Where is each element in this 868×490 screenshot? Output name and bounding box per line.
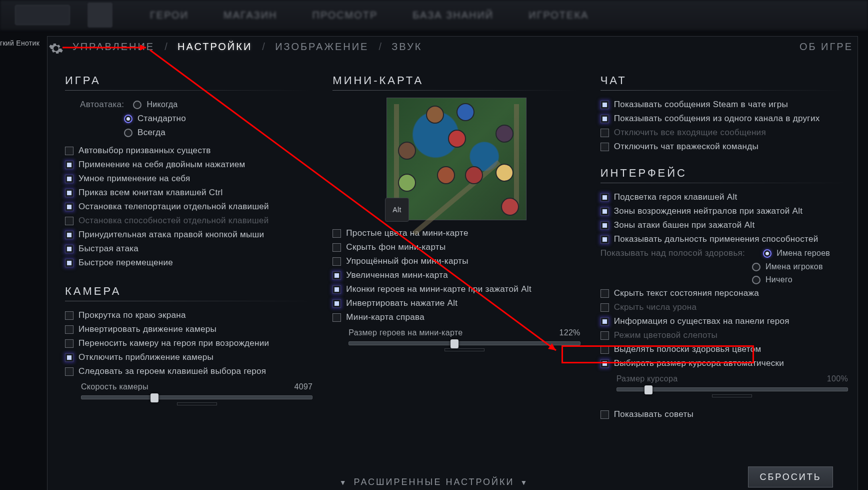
- chk-auto-select[interactable]: [65, 147, 74, 155]
- chk-channel-cross[interactable]: [600, 115, 609, 123]
- autoattack-label: Автоатака:: [80, 100, 124, 110]
- section-game-title: ИГРА: [65, 74, 312, 87]
- cursor-size-slider[interactable]: [616, 387, 848, 391]
- chk-neutral-spawn[interactable]: [600, 207, 609, 216]
- radio-autoattack-standard[interactable]: [124, 115, 132, 123]
- back-button-blurred: [15, 5, 70, 25]
- radio-hpbar-players[interactable]: [752, 263, 760, 271]
- chk-tp-stop[interactable]: [65, 203, 74, 211]
- cam-speed-label: Скорость камеры: [81, 382, 148, 391]
- chk-steam-chat[interactable]: [600, 101, 609, 109]
- radio-autoattack-always[interactable]: [124, 129, 132, 137]
- hero-size-value: 122%: [559, 328, 580, 337]
- cam-speed-value: 4097: [294, 382, 312, 391]
- chevron-down-icon: ▼: [520, 478, 528, 486]
- alt-key-indicator: Alt: [385, 198, 409, 222]
- settings-tabs: УПРАВЛЕНИЕ / НАСТРОЙКИ / ИЗОБРАЖЕНИЕ / З…: [72, 41, 858, 53]
- chk-ability-range[interactable]: [600, 235, 609, 244]
- col-game-camera: ИГРА Автоатака: Никогда Стандартно Всегд…: [65, 65, 312, 490]
- chk-double-self[interactable]: [65, 161, 74, 169]
- chk-smart-self[interactable]: [65, 175, 74, 183]
- chk-alt-icons[interactable]: [332, 285, 341, 294]
- radio-autoattack-never[interactable]: [133, 101, 142, 109]
- col-minimap: МИНИ-КАРТА Alt Простые цвета на мини-кар: [332, 65, 580, 490]
- section-minimap-title: МИНИ-КАРТА: [332, 74, 580, 87]
- cursor-size-value: 100%: [827, 374, 848, 383]
- chk-simple-bg[interactable]: [332, 257, 341, 266]
- chk-follow-hero[interactable]: [65, 367, 74, 376]
- chk-creature-panel[interactable]: [600, 317, 609, 326]
- chk-disable-zoom[interactable]: [65, 353, 74, 362]
- chk-mute-enemy[interactable]: [600, 143, 609, 151]
- tab-about[interactable]: ОБ ИГРЕ: [800, 41, 853, 53]
- hpbar-label: Показывать над полосой здоровья:: [600, 248, 746, 258]
- tab-video[interactable]: ИЗОБРАЖЕНИЕ: [275, 41, 368, 53]
- chk-large-map[interactable]: [332, 271, 341, 280]
- chk-tower-range[interactable]: [600, 221, 609, 230]
- tab-audio[interactable]: ЗВУК: [392, 41, 422, 53]
- chk-ability-stop[interactable]: [65, 217, 74, 225]
- top-nav-blurred: ГЕРОИ МАГАЗИН ПРОСМОТР БАЗА ЗНАНИЙ ИГРОТ…: [0, 0, 868, 30]
- cam-speed-slider[interactable]: [81, 395, 312, 399]
- section-interface-title: ИНТЕРФЕЙС: [600, 167, 848, 180]
- hero-size-label: Размер героев на мини-карте: [348, 328, 462, 337]
- chk-hide-status[interactable]: [600, 289, 609, 298]
- cursor-size-label: Размер курсора: [616, 374, 678, 383]
- chk-color-hp[interactable]: [600, 345, 609, 354]
- chk-auto-cursor[interactable]: [600, 359, 609, 368]
- tab-controls[interactable]: УПРАВЛЕНИЕ: [72, 41, 154, 53]
- minimap-preview: Alt: [386, 98, 526, 220]
- chk-map-right[interactable]: [332, 313, 341, 322]
- chk-colorblind[interactable]: [600, 331, 609, 340]
- chk-hide-dmg[interactable]: [600, 303, 609, 312]
- game-logo-blurred: [88, 3, 112, 28]
- chk-rmb-attack[interactable]: [65, 231, 74, 239]
- chk-edge-pan[interactable]: [65, 311, 74, 320]
- chk-hide-bg[interactable]: [332, 243, 341, 252]
- chk-invert-alt[interactable]: [332, 299, 341, 308]
- chevron-down-icon: ▼: [340, 478, 348, 486]
- advanced-settings-toggle[interactable]: ▼ РАСШИРЕННЫЕ НАСТРОЙКИ ▼: [340, 477, 529, 487]
- chk-respawn-cam[interactable]: [65, 339, 74, 348]
- user-tag: гкий Енотик: [0, 39, 40, 47]
- tab-settings[interactable]: НАСТРОЙКИ: [178, 41, 252, 53]
- radio-hpbar-heroes[interactable]: [763, 249, 772, 258]
- col-chat-interface: ЧАТ Показывать сообщения Steam в чате иг…: [600, 65, 848, 490]
- chk-ctrl-all[interactable]: [65, 189, 74, 197]
- chk-show-tips[interactable]: [600, 410, 609, 419]
- section-chat-title: ЧАТ: [600, 74, 848, 87]
- chk-alt-hero[interactable]: [600, 193, 609, 202]
- chk-invert-cam[interactable]: [65, 325, 74, 334]
- chk-mute-all[interactable]: [600, 129, 609, 137]
- chk-quick-move[interactable]: [65, 259, 74, 267]
- reset-button[interactable]: СБРОСИТЬ: [748, 466, 833, 487]
- section-camera-title: КАМЕРА: [65, 285, 312, 298]
- hero-size-slider[interactable]: [348, 341, 580, 345]
- chk-quick-attack[interactable]: [65, 245, 74, 253]
- gear-icon: [48, 40, 64, 57]
- radio-hpbar-none[interactable]: [752, 276, 760, 284]
- chk-simple-colors[interactable]: [332, 229, 341, 238]
